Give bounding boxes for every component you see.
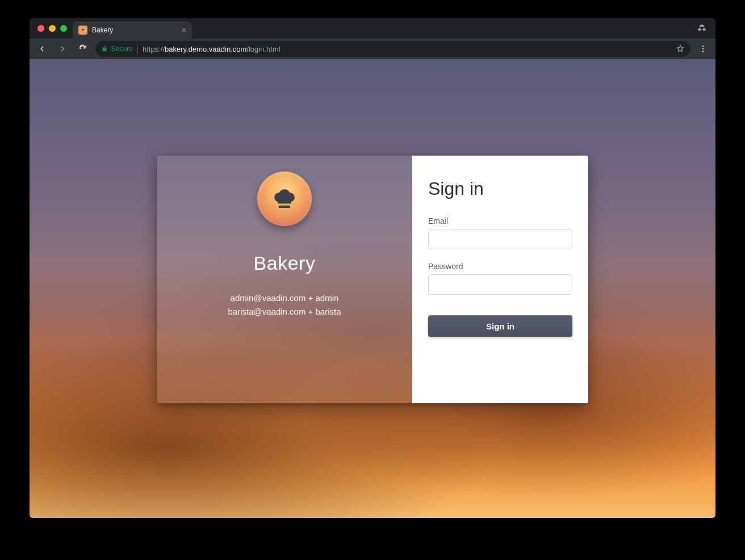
window-controls	[34, 18, 73, 39]
url-scheme: https://	[143, 45, 165, 53]
browser-menu-button[interactable]	[695, 41, 711, 57]
demo-credentials-line-1: admin@vaadin.com + admin	[228, 291, 341, 305]
svg-point-0	[702, 45, 704, 47]
window-zoom-button[interactable]	[60, 25, 67, 32]
window-close-button[interactable]	[37, 25, 44, 32]
sign-in-button[interactable]: Sign in	[428, 315, 572, 337]
forward-button[interactable]	[55, 41, 70, 57]
app-logo	[257, 172, 312, 226]
login-card: Bakery admin@vaadin.com + admin barista@…	[157, 156, 588, 403]
lock-icon	[101, 45, 108, 52]
form-pane: Sign in Email Password Sign in	[412, 156, 588, 403]
password-field-group: Password	[428, 262, 572, 295]
svg-point-2	[702, 51, 704, 52]
browser-tab[interactable]: Bakery ×	[73, 22, 192, 39]
bookmark-star-icon[interactable]	[676, 44, 685, 53]
url-path: /login.html	[246, 45, 280, 53]
form-title: Sign in	[428, 178, 572, 199]
browser-toolbar: Secure https://bakery.demo.vaadin.com/lo…	[30, 39, 715, 59]
tab-close-button[interactable]: ×	[182, 26, 186, 34]
demo-credentials-line-2: barista@vaadin.com + barista	[228, 305, 341, 319]
address-bar[interactable]: Secure https://bakery.demo.vaadin.com/lo…	[95, 41, 690, 57]
incognito-icon	[696, 23, 708, 34]
reload-button[interactable]	[75, 41, 91, 57]
svg-rect-3	[279, 206, 290, 208]
browser-window: Bakery × Secure https://bakery.demo.vaad…	[30, 18, 715, 518]
chef-hat-icon	[269, 183, 300, 214]
info-pane: Bakery admin@vaadin.com + admin barista@…	[157, 156, 412, 403]
back-button[interactable]	[34, 41, 50, 57]
url-host: bakery.demo.vaadin.com	[165, 45, 246, 53]
svg-point-1	[702, 48, 704, 49]
tab-strip: Bakery ×	[30, 18, 715, 39]
omnibox-divider	[137, 44, 138, 53]
app-name: Bakery	[254, 252, 316, 274]
demo-credentials: admin@vaadin.com + admin barista@vaadin.…	[228, 291, 341, 319]
email-label: Email	[428, 216, 572, 225]
secure-indicator: Secure	[101, 45, 133, 53]
email-input[interactable]	[428, 229, 572, 249]
url-text: https://bakery.demo.vaadin.com/login.htm…	[143, 45, 281, 53]
page-viewport: Bakery admin@vaadin.com + admin barista@…	[30, 59, 715, 518]
email-field-group: Email	[428, 216, 572, 249]
tab-title: Bakery	[92, 26, 177, 34]
tab-favicon	[78, 26, 87, 35]
password-input[interactable]	[428, 274, 572, 295]
password-label: Password	[428, 262, 572, 271]
secure-label: Secure	[111, 45, 133, 53]
window-minimize-button[interactable]	[49, 25, 56, 32]
